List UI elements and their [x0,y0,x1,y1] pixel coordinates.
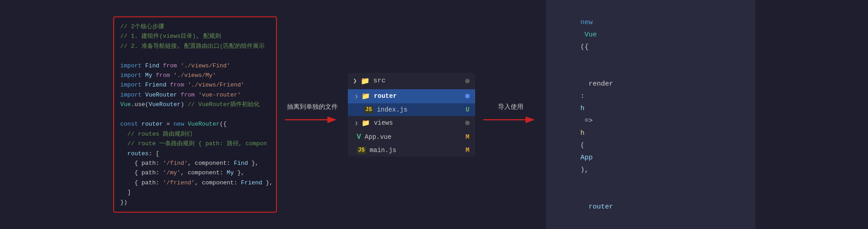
arrow2-svg [483,113,538,127]
code-line-route1: { path: '/find', component: Find }, [120,158,270,168]
code-line-bracket1: ] [120,188,270,197]
code-line-comment1: // routes 路由规则们 [120,129,270,139]
src-dot [465,79,470,83]
code-line-import1: import Find from './views/Find' [120,61,270,71]
router-dot [465,94,470,98]
src-chevron: ❯ [353,77,357,85]
main-js-status: M [466,147,469,154]
app-vue-item[interactable]: V App.vue M [348,130,475,144]
right-code-panel: import router from './router/index.js' n… [546,0,755,229]
code-line-import2: import My from './views/My' [120,71,270,80]
views-folder-icon: 📁 [361,119,370,127]
arrow2-container: 导入使用 [483,103,538,127]
app-vue-status: M [466,133,469,141]
js-badge-main: JS [357,147,366,154]
index-js-item[interactable]: JS index.js U [348,103,475,116]
main-js-item[interactable]: JS main.js M [348,144,475,157]
right-line3: new Vue ({ [556,4,745,66]
views-folder-item[interactable]: ❯ 📁 views [348,116,475,130]
views-chevron: ❯ [355,120,358,126]
arrow1-svg [285,113,340,127]
router-folder-item[interactable]: ❯ 📁 router [348,89,475,103]
code-line-blank1 [120,51,270,61]
views-folder-name: views [374,119,393,127]
router-chevron: ❯ [355,93,358,99]
code-line-comment2: // route 一条路由规则 { path: 路径, compon [120,139,270,148]
code-line-route3: { path: '/friend', component: Friend }, [120,178,270,188]
code-line-routes: routes: [ [120,149,270,158]
code-line-import3: import Friend from './views/Friend' [120,80,270,90]
index-js-name: index.js [377,106,407,113]
index-js-status: U [466,106,469,113]
views-dot [465,121,470,125]
code-line-import4: import VueRouter from 'vue-router' [120,90,270,100]
right-line6: }). $mount ( '#app' ) [556,225,745,229]
right-line-blank [556,0,745,4]
code-line-blank2 [120,110,270,119]
tree-header-src: ❯ 📁 src [348,73,475,89]
right-line4: render : h => h ( App ), [556,66,745,188]
arrow1-container: 抽离到单独的文件 [285,103,340,127]
router-folder-name: router [374,92,396,100]
src-folder-icon: 📁 [361,76,370,86]
code-line-vueuse: Vue.use(VueRouter) // VueRouter插件初始化 [120,100,270,109]
left-code-panel: // 2个核心步骤 // 1. 建组件(views目录), 配规则 // 2. … [113,16,277,213]
app-vue-name: App.vue [365,133,391,141]
router-folder-icon: 📁 [361,92,370,101]
code-line-const: const router = new VueRouter({ [120,119,270,129]
right-line5: router [556,188,745,225]
main-js-name: main.js [370,147,396,154]
vue-v-icon: V [357,133,361,141]
src-title: src [373,77,386,85]
main-layout: // 2个核心步骤 // 1. 建组件(views目录), 配规则 // 2. … [0,0,868,229]
arrow1-label: 抽离到单独的文件 [287,103,338,111]
code-line-1: // 2个核心步骤 [120,22,270,31]
arrow2-label: 导入使用 [498,103,523,111]
code-line-2: // 1. 建组件(views目录), 配规则 [120,31,270,41]
code-line-route2: { path: '/my', component: My }, [120,168,270,178]
js-badge-index: JS [364,106,373,113]
code-line-3: // 2. 准备导航链接, 配置路由出口(匹配的组件展示 [120,41,270,51]
file-tree-panel: ❯ 📁 src ❯ 📁 router JS index.js U ❯ 📁 vie… [348,73,475,157]
code-line-bracket2: }) [120,198,270,207]
